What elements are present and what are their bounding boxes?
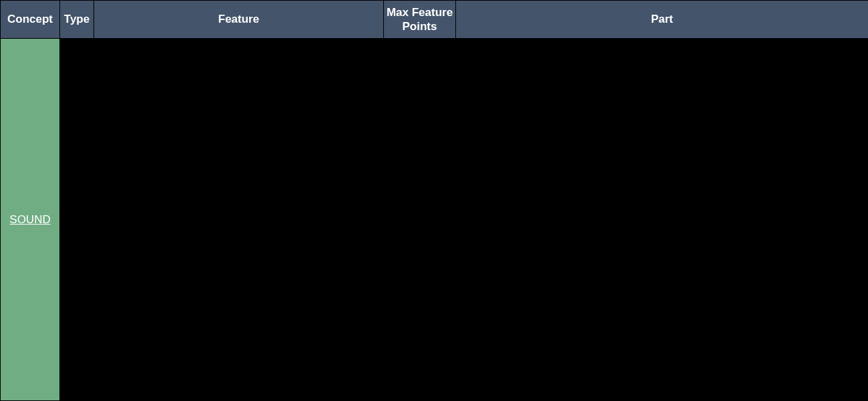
col-header-feature: Feature xyxy=(94,1,384,39)
table-body: SOUND xyxy=(1,39,869,401)
col-header-concept: Concept xyxy=(1,1,60,39)
table-header: Concept Type Feature Max Feature Points … xyxy=(1,1,869,39)
feature-table: Concept Type Feature Max Feature Points … xyxy=(0,0,868,401)
concept-link-sound[interactable]: SOUND xyxy=(9,213,50,226)
col-header-part: Part xyxy=(456,1,869,39)
concept-cell: SOUND xyxy=(1,39,60,401)
type-cell xyxy=(60,39,94,401)
max-feature-points-cell xyxy=(384,39,456,401)
col-header-max-feature-points: Max Feature Points xyxy=(384,1,456,39)
feature-cell xyxy=(94,39,384,401)
col-header-type: Type xyxy=(60,1,94,39)
table-row: SOUND xyxy=(1,39,869,401)
part-cell xyxy=(456,39,869,401)
